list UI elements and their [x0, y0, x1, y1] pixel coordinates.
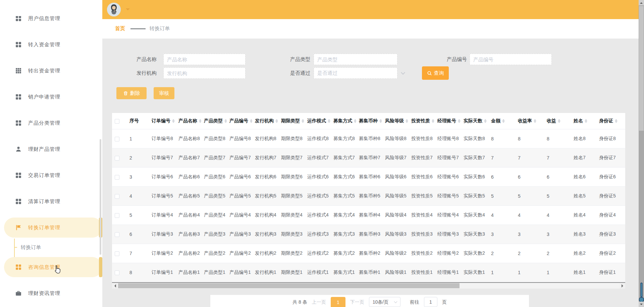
search-button[interactable]: 查询 [422, 66, 449, 80]
table-cell: 产品类型2 [201, 244, 227, 263]
sidebar-item-10[interactable]: 理财资讯管理 [0, 280, 102, 306]
row-checkbox[interactable] [115, 137, 119, 141]
sort-carets-icon[interactable] [379, 118, 382, 124]
sidebar-item-7[interactable]: 清算订单管理 [0, 188, 102, 214]
sidebar-item-4[interactable]: 产品分类管理 [0, 110, 102, 136]
sidebar-item-5[interactable]: 理财产品管理 [0, 136, 102, 162]
page-1-button[interactable]: 1 [331, 297, 345, 307]
sort-carets-icon[interactable] [585, 118, 587, 124]
row-checkbox[interactable] [115, 194, 119, 199]
filter-label-product-name: 产品名称 [122, 54, 157, 65]
sort-carets-icon[interactable] [250, 118, 252, 124]
vertical-scrollbar-thumb[interactable] [639, 6, 644, 131]
select-all-checkbox[interactable] [115, 119, 119, 124]
table-cell: 发行机构7 [252, 148, 278, 167]
column-header-19[interactable]: 身份证 [596, 113, 625, 129]
page-size-select[interactable]: 10条/页 [369, 297, 400, 307]
sidebar-item-8[interactable]: 转换订单管理 [0, 214, 102, 241]
sort-carets-icon[interactable] [172, 118, 175, 124]
issuer-input[interactable] [163, 67, 246, 79]
column-header-17[interactable]: 收益 [544, 113, 571, 129]
scroll-up-arrow-icon[interactable] [639, 0, 644, 5]
column-header-8[interactable]: 运作模式 [305, 113, 331, 129]
next-page-button[interactable]: 下一页 [350, 297, 364, 307]
column-header-18[interactable]: 姓名 [571, 113, 596, 129]
sort-carets-icon[interactable] [458, 118, 461, 124]
column-header-15[interactable]: 金额 [488, 113, 515, 129]
grid-icon [15, 120, 21, 126]
column-header-11[interactable]: 风险等级 [382, 113, 409, 129]
sort-carets-icon[interactable] [484, 118, 487, 124]
row-checkbox[interactable] [115, 232, 119, 237]
row-checkbox-cell [112, 225, 127, 244]
sort-carets-icon[interactable] [406, 118, 408, 124]
sort-carets-icon[interactable] [328, 118, 330, 124]
sidebar-subitem[interactable]: 转换订单 [0, 241, 102, 254]
column-header-9[interactable]: 募集方式 [331, 113, 356, 129]
table-cell: 投资性质6 [409, 167, 435, 186]
column-header-12[interactable]: 投资性质 [409, 113, 435, 129]
column-header-13[interactable]: 经理账号 [435, 113, 461, 129]
column-header-4[interactable]: 产品类型 [201, 113, 227, 129]
column-header-6[interactable]: 发行机构 [252, 113, 278, 129]
column-header-5[interactable]: 产品编号 [227, 113, 252, 129]
sort-carets-icon[interactable] [558, 118, 560, 124]
row-checkbox[interactable] [115, 251, 119, 256]
column-header-3[interactable]: 产品名称 [176, 113, 201, 129]
filter-label-passed: 是否通过 [277, 67, 310, 79]
column-header-7[interactable]: 期限类型 [278, 113, 305, 129]
sidebar-scrollbar-thumb[interactable] [100, 139, 101, 255]
product-type-input[interactable] [314, 54, 397, 65]
column-header-10[interactable]: 募集币种 [356, 113, 382, 129]
table-cell: 风险等级7 [382, 148, 409, 167]
row-checkbox[interactable] [115, 270, 119, 275]
chevron-down-icon[interactable] [401, 70, 405, 75]
breadcrumb-current: 转换订单 [150, 25, 170, 32]
row-checkbox[interactable] [115, 175, 119, 180]
prev-page-button[interactable]: 上一页 [312, 297, 326, 307]
sidebar-item-9[interactable]: 咨询信息管理 [0, 254, 102, 280]
sort-carets-icon[interactable] [354, 118, 356, 124]
breadcrumb-home-link[interactable]: 首页 [115, 25, 125, 32]
product-no-input[interactable] [470, 54, 552, 65]
sort-carets-icon[interactable] [534, 118, 536, 124]
row-checkbox[interactable] [115, 213, 119, 218]
scroll-down-arrow-icon[interactable] [639, 302, 644, 307]
vertical-scrollbar[interactable] [639, 0, 644, 307]
sort-carets-icon[interactable] [275, 118, 278, 124]
table-cell: 姓名6 [571, 167, 596, 186]
sort-carets-icon[interactable] [302, 118, 304, 124]
delete-button[interactable]: 删除 [116, 87, 147, 99]
sidebar-item-3[interactable]: 销户申请管理 [0, 84, 102, 110]
column-header-16[interactable]: 收益率 [515, 113, 544, 129]
horizontal-scrollbar-thumb[interactable] [118, 283, 460, 288]
sidebar-item-label: 清算订单管理 [28, 198, 60, 205]
column-header-2[interactable]: 订单编号 [149, 113, 176, 129]
sort-carets-icon[interactable] [199, 118, 201, 124]
table-cell: 实际天数7 [461, 148, 488, 167]
table-cell: 期限类型8 [278, 129, 305, 148]
sort-carets-icon[interactable] [224, 118, 227, 124]
goto-page-input[interactable]: 1 [424, 297, 437, 307]
sidebar-item-6[interactable]: 交易订单管理 [0, 162, 102, 188]
sort-carets-icon[interactable] [615, 118, 618, 124]
scroll-left-arrow-icon[interactable] [112, 283, 118, 289]
sort-carets-icon[interactable] [502, 118, 505, 124]
column-header-14[interactable]: 实际天数 [461, 113, 488, 129]
user-avatar[interactable] [107, 3, 121, 16]
scroll-right-arrow-icon[interactable] [620, 283, 625, 289]
row-checkbox[interactable] [115, 156, 119, 161]
table-cell: 发行机构1 [252, 263, 278, 282]
audit-button[interactable]: 审核 [154, 87, 174, 99]
sort-carets-icon[interactable] [432, 118, 434, 124]
table-cell: 产品类型6 [201, 167, 227, 186]
table-cell: 产品名称4 [176, 205, 201, 225]
sidebar-item-1[interactable]: 转入资金管理 [0, 32, 102, 58]
sidebar-item-2[interactable]: 转出资金管理 [0, 58, 102, 84]
passed-select[interactable]: 是否通过 [314, 67, 397, 79]
chevron-down-icon[interactable] [126, 8, 130, 12]
product-name-input[interactable] [163, 54, 246, 65]
horizontal-scrollbar[interactable] [112, 283, 625, 289]
table-cell: 运作模式7 [305, 148, 331, 167]
table-cell: 身份证2 [596, 244, 625, 263]
